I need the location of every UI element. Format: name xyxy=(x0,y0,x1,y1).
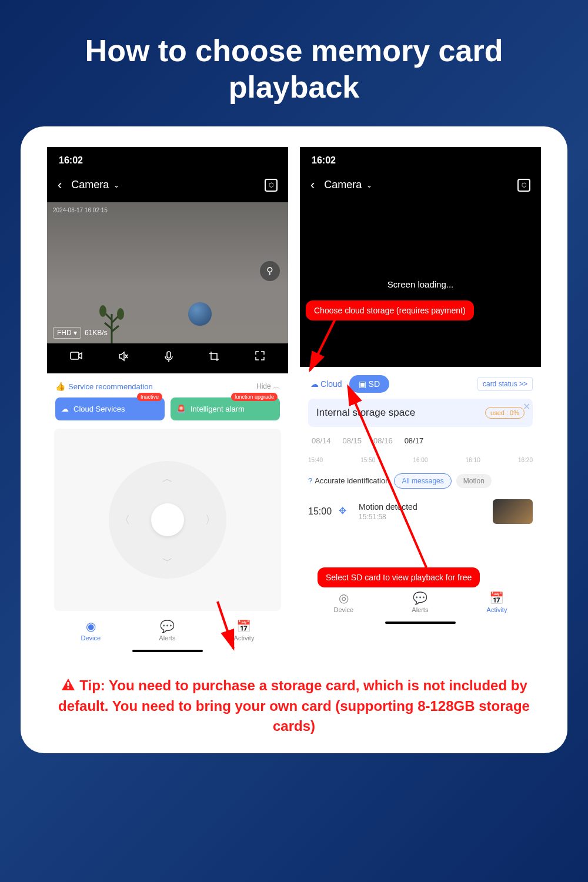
video-timestamp: 2024-08-17 16:02:15 xyxy=(53,207,108,213)
status-bar: 16:02 xyxy=(47,147,288,172)
fhd-badge[interactable]: FHD ▾ xyxy=(53,327,81,339)
ptz-up-icon[interactable]: ︿ xyxy=(162,472,173,486)
accurate-label: ?Accurate identification xyxy=(308,476,389,485)
warning-icon xyxy=(61,677,76,697)
nav-alerts[interactable]: 💬Alerts xyxy=(159,619,175,642)
settings-icon[interactable]: ⬡ xyxy=(265,179,278,192)
mute-icon[interactable] xyxy=(118,350,129,366)
loading-screen: Screen loading... xyxy=(300,202,541,367)
cloud-tab[interactable]: ☁Cloud xyxy=(308,376,345,392)
callout-cloud: Choose cloud storage (requires payment) xyxy=(306,300,474,320)
svg-rect-2 xyxy=(71,352,79,359)
svg-point-10 xyxy=(68,687,69,689)
service-recommendation: 👍Service recommendation xyxy=(55,382,153,391)
used-badge: used : 0% xyxy=(485,407,524,419)
bitrate: 61KB/s xyxy=(85,329,108,337)
bottom-nav: ◎Device 💬Alerts 📅Activity xyxy=(300,583,541,618)
upgrade-badge: function upgrade xyxy=(231,393,278,401)
fullscreen-icon[interactable] xyxy=(255,350,265,366)
back-icon[interactable]: ‹ xyxy=(310,178,315,193)
card-status-link[interactable]: card status >> xyxy=(477,377,533,391)
nav-activity[interactable]: 📅Activity xyxy=(234,619,255,642)
camera-header: ‹ Camera ⌄ ⬡ xyxy=(47,172,288,202)
date-row: 08/14 08/15 08/16 08/17 xyxy=(300,427,541,449)
ptz-down-icon[interactable]: ﹀ xyxy=(162,554,173,568)
status-bar: 16:02 xyxy=(300,147,541,172)
back-icon[interactable]: ‹ xyxy=(58,178,62,193)
svg-rect-9 xyxy=(68,682,69,686)
alerts-icon: 💬 xyxy=(159,619,175,633)
date-item[interactable]: 08/14 xyxy=(312,436,331,445)
nav-activity[interactable]: 📅Activity xyxy=(487,591,507,613)
cloud-icon: ☁ xyxy=(61,405,69,413)
filter-all[interactable]: All messages xyxy=(394,473,451,489)
event-row[interactable]: 15:00 ✥ Motion detected 15:51:58 xyxy=(300,493,541,530)
nav-alerts[interactable]: 💬Alerts xyxy=(412,591,428,613)
nav-device[interactable]: ◉Device xyxy=(81,619,101,642)
storage-banner: Internal storage space used : 0% ✕ xyxy=(308,399,533,427)
event-subtitle: 15:51:58 xyxy=(359,513,486,521)
white-card: 16:02 ‹ Camera ⌄ ⬡ 2024-08-17 16:02:15 ⚲… xyxy=(21,126,567,754)
camera-header: ‹ Camera ⌄ ⬡ xyxy=(300,172,541,202)
alerts-icon: 💬 xyxy=(412,591,428,605)
hide-button[interactable]: Hide ︿ xyxy=(256,382,280,392)
sd-tab[interactable]: ▣SD xyxy=(349,375,389,393)
video-controls xyxy=(47,343,288,373)
phone-left: 16:02 ‹ Camera ⌄ ⬡ 2024-08-17 16:02:15 ⚲… xyxy=(47,147,288,659)
filter-icon[interactable]: ⚲ xyxy=(260,261,280,281)
crop-icon[interactable] xyxy=(208,350,220,366)
time-ruler[interactable]: 15:4015:5016:0016:1016:20 xyxy=(300,449,541,469)
activity-icon: 📅 xyxy=(487,591,507,605)
alarm-icon: 🚨 xyxy=(176,405,186,413)
home-indicator xyxy=(385,622,456,624)
close-icon[interactable]: ✕ xyxy=(523,401,530,412)
event-time: 15:00 xyxy=(308,506,332,517)
motion-icon: ✥ xyxy=(339,505,352,518)
ptz-left-icon[interactable]: 〈 xyxy=(119,513,130,527)
mic-icon[interactable] xyxy=(164,350,173,366)
storage-title: Internal storage space xyxy=(316,407,415,419)
filter-motion[interactable]: Motion xyxy=(456,474,492,488)
event-title: Motion detected xyxy=(359,502,486,512)
svg-point-0 xyxy=(99,305,106,317)
device-icon: ◎ xyxy=(334,591,354,605)
video-feed: 2024-08-17 16:02:15 ⚲ FHD ▾ 61KB/s xyxy=(47,202,288,343)
cloud-services-card[interactable]: ☁ Cloud Services Inactive xyxy=(55,397,165,420)
ptz-center[interactable] xyxy=(151,503,184,536)
device-icon: ◉ xyxy=(81,619,101,633)
svg-point-1 xyxy=(117,308,124,320)
camera-title[interactable]: Camera ⌄ xyxy=(324,179,508,191)
date-item-active[interactable]: 08/17 xyxy=(405,436,424,445)
nav-device[interactable]: ◎Device xyxy=(334,591,354,613)
intelligent-alarm-card[interactable]: 🚨 Intelligent alarm function upgrade xyxy=(171,397,280,420)
callout-sd: Select SD card to view playback for free xyxy=(318,567,480,587)
page-title: How to choose memory card playback xyxy=(0,0,588,126)
date-item[interactable]: 08/15 xyxy=(343,436,362,445)
settings-icon[interactable]: ⬡ xyxy=(517,179,530,192)
record-icon[interactable] xyxy=(70,350,83,366)
tip-text: Tip: You need to purchase a storage card… xyxy=(58,677,530,734)
ptz-right-icon[interactable]: 〉 xyxy=(205,513,216,527)
date-item[interactable]: 08/16 xyxy=(373,436,393,445)
ptz-control[interactable]: ︿ ﹀ 〈 〉 xyxy=(54,429,281,611)
activity-icon: 📅 xyxy=(234,619,255,633)
svg-rect-5 xyxy=(167,352,171,358)
inactive-badge: Inactive xyxy=(137,393,162,401)
tip-section: Tip: You need to purchase a storage card… xyxy=(31,659,557,742)
camera-title[interactable]: Camera ⌄ xyxy=(71,179,255,191)
bottom-nav: ◉Device 💬Alerts 📅Activity xyxy=(47,611,288,646)
event-thumbnail xyxy=(493,499,533,524)
home-indicator xyxy=(132,650,203,652)
